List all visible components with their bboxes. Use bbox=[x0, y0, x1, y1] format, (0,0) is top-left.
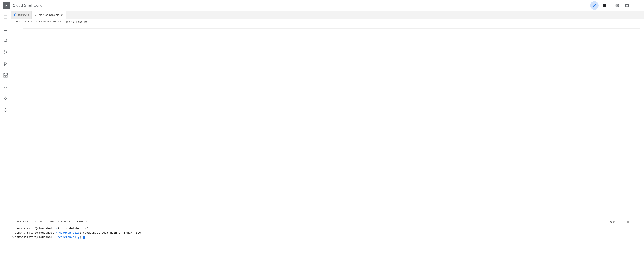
code-editor[interactable]: 1 bbox=[11, 24, 644, 219]
svg-rect-14 bbox=[4, 76, 5, 77]
panel-more-button[interactable] bbox=[637, 220, 640, 223]
terminal-line: demonstrator@cloudshell:~/codelab-o11y$ bbox=[15, 235, 640, 239]
svg-point-22 bbox=[638, 222, 639, 222]
header-actions bbox=[590, 1, 641, 10]
split-terminal-button[interactable] bbox=[627, 220, 630, 223]
terminal-cursor bbox=[83, 236, 85, 239]
top-header: Cloud Shell Editor bbox=[0, 0, 644, 11]
kill-terminal-button[interactable] bbox=[632, 220, 635, 223]
line-number-gutter: 1 bbox=[11, 24, 23, 219]
svg-point-6 bbox=[636, 5, 637, 6]
svg-rect-16 bbox=[6, 73, 8, 75]
shell-label: bash bbox=[610, 220, 616, 223]
source-control-button[interactable] bbox=[1, 48, 10, 56]
panel-actions: bash bbox=[606, 220, 640, 223]
close-tab-button[interactable] bbox=[60, 13, 64, 17]
run-debug-button[interactable] bbox=[1, 59, 10, 68]
explorer-button[interactable] bbox=[1, 25, 10, 33]
tab-welcome[interactable]: Welcome bbox=[11, 11, 32, 19]
file-icon bbox=[62, 20, 65, 23]
tab-label: Welcome bbox=[18, 13, 29, 16]
chevron-right-icon: › bbox=[22, 20, 24, 23]
panel-tabs: PROBLEMS OUTPUT DEBUG CONSOLE TERMINAL b… bbox=[11, 219, 644, 225]
app-title: Cloud Shell Editor bbox=[13, 3, 44, 8]
activity-bar bbox=[0, 11, 11, 254]
svg-rect-18 bbox=[15, 14, 16, 16]
dirty-indicator-icon bbox=[12, 236, 14, 238]
line-number: 1 bbox=[11, 25, 20, 28]
open-terminal-button[interactable] bbox=[600, 1, 608, 10]
breadcrumb-segment[interactable]: home bbox=[15, 20, 22, 23]
svg-point-8 bbox=[4, 39, 6, 42]
svg-rect-19 bbox=[606, 221, 609, 223]
tab-label: main-or-index-file bbox=[39, 13, 59, 16]
terminal-line: demonstrator@cloudshell:~$ cd codelab-o1… bbox=[15, 226, 640, 231]
open-new-window-button[interactable] bbox=[623, 1, 631, 10]
terminal-line: demonstrator@cloudshell:~/codelab-o11y$ … bbox=[15, 231, 640, 235]
new-terminal-button[interactable] bbox=[617, 220, 620, 223]
panel-tab-problems[interactable]: PROBLEMS bbox=[15, 220, 28, 224]
svg-point-5 bbox=[636, 4, 637, 5]
breadcrumb-segment[interactable]: demonstrator bbox=[24, 20, 40, 23]
welcome-icon bbox=[14, 13, 16, 17]
svg-rect-4 bbox=[626, 4, 629, 5]
editor-area: Welcome main-or-index-file home › demons… bbox=[11, 11, 644, 254]
chevron-right-icon: › bbox=[41, 20, 42, 23]
ai-assistant-button[interactable] bbox=[1, 106, 10, 115]
open-editor-button[interactable] bbox=[590, 1, 598, 10]
extensions-button[interactable] bbox=[1, 71, 10, 80]
search-button[interactable] bbox=[1, 36, 10, 45]
svg-rect-15 bbox=[6, 76, 7, 77]
svg-point-10 bbox=[4, 53, 5, 54]
breadcrumb-segment[interactable]: codelab-o11y bbox=[43, 20, 59, 23]
cloud-code-button[interactable] bbox=[1, 94, 10, 103]
svg-rect-1 bbox=[616, 4, 619, 7]
editor-tabs: Welcome main-or-index-file bbox=[11, 11, 644, 19]
menu-button[interactable] bbox=[1, 13, 10, 21]
file-icon bbox=[34, 13, 37, 17]
terminal[interactable]: demonstrator@cloudshell:~$ cd codelab-o1… bbox=[11, 225, 644, 254]
more-menu-button[interactable] bbox=[633, 1, 641, 10]
panel-tab-output[interactable]: OUTPUT bbox=[34, 220, 44, 224]
bottom-panel: PROBLEMS OUTPUT DEBUG CONSOLE TERMINAL b… bbox=[11, 219, 644, 254]
terminal-profile-button[interactable]: bash bbox=[606, 220, 616, 223]
breadcrumb-file[interactable]: main-or-index-file bbox=[62, 20, 87, 23]
panel-tab-terminal[interactable]: TERMINAL bbox=[76, 220, 88, 224]
svg-point-9 bbox=[4, 50, 5, 51]
svg-point-7 bbox=[636, 6, 637, 7]
tab-main-file[interactable]: main-or-index-file bbox=[32, 11, 66, 19]
terminal-dropdown-button[interactable] bbox=[622, 220, 625, 223]
svg-rect-17 bbox=[14, 14, 15, 16]
svg-point-21 bbox=[638, 222, 638, 222]
svg-point-23 bbox=[639, 222, 640, 222]
code-content[interactable] bbox=[23, 24, 644, 219]
testing-button[interactable] bbox=[1, 83, 10, 91]
breadcrumb: home › demonstrator › codelab-o11y › mai… bbox=[11, 19, 644, 24]
code-line[interactable] bbox=[23, 25, 640, 29]
svg-rect-13 bbox=[4, 74, 5, 75]
panel-tab-debug-console[interactable]: DEBUG CONSOLE bbox=[49, 220, 70, 224]
chevron-right-icon: › bbox=[60, 20, 61, 23]
svg-rect-0 bbox=[603, 4, 606, 7]
preview-button[interactable] bbox=[613, 1, 622, 10]
cloud-shell-logo-icon bbox=[3, 2, 10, 9]
